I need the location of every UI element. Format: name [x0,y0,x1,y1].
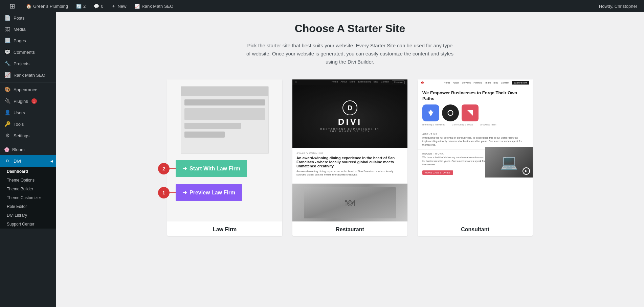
svg-point-0 [448,110,453,115]
consultant-label: Consultant [418,221,533,236]
media-label: Media [14,27,25,32]
consultant-cta-nav-btn[interactable]: Explore Now [512,81,529,85]
site-name: Green's Plumbing [33,4,68,9]
consultant-nav-services: Services [462,81,471,84]
users-icon: 👤 [4,110,11,116]
restaurant-nav-events: Events/Blog [358,80,371,84]
play-icon: ▶ [525,169,527,172]
divi-label: Divi [14,159,21,164]
arrow-start [170,168,176,169]
new-item[interactable]: ＋ New [108,0,130,12]
sidebar-item-settings[interactable]: ⚙ Settings [0,130,56,141]
consultant-icon-brand [422,104,439,121]
menu-divider-2 [0,143,56,143]
settings-icon: ⚙ [4,133,11,139]
appearance-label: Appearance [14,87,37,92]
preview-label: Preview Law Firm [190,190,235,196]
sidebar-item-theme-options[interactable]: Theme Options [0,176,56,185]
updates-count: 2 [83,4,86,9]
new-label: New [117,4,126,9]
sidebar-item-pages[interactable]: 📃 Pages [0,35,56,46]
projects-icon: 🔧 [4,61,11,67]
sidebar-item-comments[interactable]: 💬 Comments [0,46,56,58]
sidebar-item-divi[interactable]: D Divi ◀ [0,155,56,167]
consultant-nav-blog: Blog [493,81,498,84]
sidebar-item-tools[interactable]: 🔑 Tools [0,118,56,130]
consultant-nav-contact: Contact [501,81,509,84]
restaurant-preview: ⊙ Home About Menu Events/Blog Blog Conta… [292,79,407,221]
tools-label: Tools [14,122,24,127]
chevron-left-icon: ◀ [50,159,53,163]
settings-label: Settings [14,133,29,138]
sidebar-item-posts[interactable]: 📄 Posts [0,12,56,24]
law-firm-label: Law Firm [167,221,282,236]
rankmath-icon: 📈 [134,4,140,9]
community-label: Community & Social [452,123,473,126]
preview-btn-wrapper: 1 ➜ Preview Law Firm [176,184,274,201]
restaurant-topnav: ⊙ Home About Menu Events/Blog Blog Conta… [292,79,407,85]
restaurant-label: Restaurant [292,221,407,236]
play-button[interactable]: ▶ [523,167,530,175]
sidebar-item-theme-customizer[interactable]: Theme Customizer [0,193,56,202]
updates-icon: 🔄 [76,4,82,9]
divi-section: D Divi ◀ Dashboard Theme Options Theme B… [0,155,56,229]
consultant-preview: ⊙ Home About Services Portfolio Team Blo… [418,79,533,221]
consultant-case-text: We have a habit of delivering transforma… [422,156,486,167]
bloom-icon: 🌸 [4,147,9,152]
arrow-preview [170,192,176,193]
sidebar-item-divi-dashboard[interactable]: Dashboard [0,167,56,176]
sidebar: 📄 Posts 🖼 Media 📃 Pages 💬 Comments 🔧 Pro… [0,12,56,307]
restaurant-card: ⊙ Home About Menu Events/Blog Blog Conta… [292,79,407,236]
sidebar-item-media[interactable]: 🖼 Media [0,24,56,35]
restaurant-nav-home: Home [332,80,338,84]
start-btn-wrapper: 2 ➜ Start With Law Firm [176,160,274,177]
sidebar-item-plugins[interactable]: 🔌 Plugins 1 [0,95,56,107]
consultant-more-stories-button[interactable]: MORE CASE STORIES [422,170,453,175]
rankmath-item[interactable]: 📈 Rank Math SEO [131,0,177,12]
sidebar-item-support-center[interactable]: Support Center [0,220,56,229]
consultant-nav-portfolio: Portfolio [473,81,482,84]
sidebar-item-role-editor[interactable]: Role Editor [0,202,56,211]
posts-label: Posts [14,16,25,21]
step-1-badge: 1 [158,187,170,198]
restaurant-tagline: RESTAURANT EXPERIENCE INTHE HEART OF CIT… [320,128,380,133]
comments-item[interactable]: 💬 0 [90,0,107,12]
admin-bar: ⊞ 🏠 Green's Plumbing 🔄 2 💬 0 ＋ New 📈 Ran… [0,0,644,12]
start-with-law-firm-button[interactable]: ➜ Start With Law Firm [176,160,247,177]
restaurant-reserve-btn[interactable]: Reserve [392,80,405,84]
updates-item[interactable]: 🔄 2 [73,0,89,12]
step-2-badge: 2 [158,163,170,174]
preview-law-firm-button[interactable]: ➜ Preview Law Firm [176,184,242,201]
starter-sites-grid: 2 ➜ Start With Law Firm 1 [69,79,630,236]
site-name-item[interactable]: 🏠 Green's Plumbing [23,0,71,12]
pages-icon: 📃 [4,38,11,44]
sidebar-item-projects[interactable]: 🔧 Projects [0,58,56,69]
consultant-nav: ⊙ Home About Services Portfolio Team Blo… [418,79,533,86]
bloom-label: Bloom [12,147,25,152]
sidebar-item-rankmath[interactable]: 📈 Rank Math SEO [0,69,56,81]
restaurant-divi-circle: D [342,100,357,115]
main-wrap: 📄 Posts 🖼 Media 📃 Pages 💬 Comments 🔧 Pro… [0,12,644,307]
sidebar-item-bloom[interactable]: 🌸 Bloom [0,144,56,155]
theme-options-label: Theme Options [7,178,35,183]
arrow-right-icon: ➜ [182,165,187,172]
sidebar-item-users[interactable]: 👤 Users [0,107,56,118]
law-firm-card: 2 ➜ Start With Law Firm 1 [167,79,282,236]
theme-builder-label: Theme Builder [7,187,33,191]
sidebar-item-theme-builder[interactable]: Theme Builder [0,185,56,193]
law-firm-preview: 2 ➜ Start With Law Firm 1 [167,79,282,221]
consultant-nav-home: Home [444,81,450,84]
wp-logo-item[interactable]: ⊞ [3,0,21,12]
comments-icon: 💬 [94,4,99,9]
appearance-icon: 🎨 [4,87,11,93]
howdy-text: Howdy, Christopher [599,4,641,9]
consultant-nav-team: Team [485,81,491,84]
plus-icon: ＋ [111,3,116,9]
comments-label: Comments [14,50,35,55]
support-center-label: Support Center [7,222,34,227]
sidebar-item-appearance[interactable]: 🎨 Appearance [0,84,56,95]
sidebar-item-divi-library[interactable]: Divi Library [0,211,56,220]
media-icon: 🖼 [4,26,11,32]
start-label: Start With Law Firm [190,166,240,172]
rankmath-label: Rank Math SEO [141,4,173,9]
